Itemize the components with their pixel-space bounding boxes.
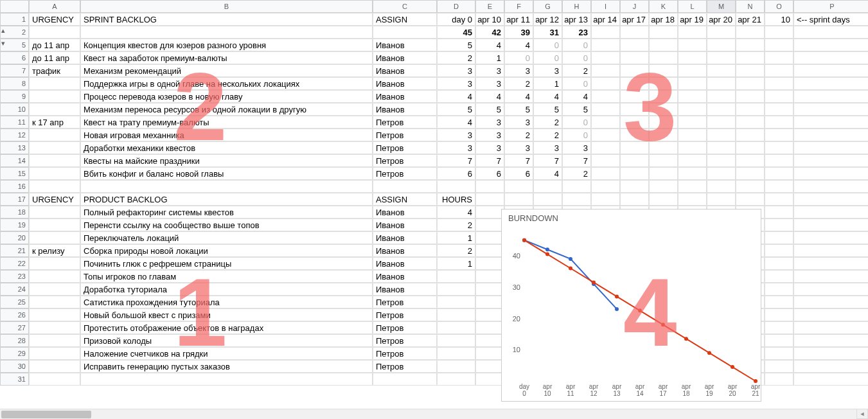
cell[interactable] <box>765 270 793 283</box>
cell[interactable]: Петров <box>373 129 437 141</box>
cell[interactable]: apr 17 <box>620 13 649 26</box>
cell[interactable] <box>736 167 765 180</box>
cell[interactable]: Петров <box>373 296 437 308</box>
cell[interactable] <box>793 103 868 116</box>
cell[interactable]: Петров <box>373 360 437 373</box>
cell[interactable]: Иванов <box>373 231 437 244</box>
cell[interactable]: 0 <box>562 39 591 51</box>
cell[interactable] <box>620 51 649 64</box>
cell[interactable]: SPRINT BACKLOG <box>80 13 373 26</box>
cell[interactable] <box>793 64 868 77</box>
cell[interactable] <box>707 154 736 167</box>
row-header[interactable]: 31 <box>0 373 29 386</box>
cell[interactable]: 2 <box>437 244 475 257</box>
cell[interactable]: 5 <box>504 103 533 116</box>
cell[interactable] <box>793 257 868 270</box>
cell[interactable] <box>765 180 793 193</box>
cell[interactable] <box>620 116 649 129</box>
cell[interactable] <box>29 308 80 321</box>
cell[interactable]: 2 <box>504 77 533 90</box>
row-header[interactable]: 13 <box>0 141 29 154</box>
cell[interactable]: 1 <box>437 231 475 244</box>
cell[interactable] <box>437 360 475 373</box>
row-header[interactable]: 2▴ <box>0 26 29 39</box>
cell[interactable]: 2 <box>562 167 591 180</box>
col-header-N[interactable]: N <box>736 0 765 13</box>
cell[interactable]: 45 <box>437 26 475 39</box>
cell[interactable] <box>793 154 868 167</box>
cell[interactable]: 0 <box>562 129 591 141</box>
cell[interactable] <box>373 180 437 193</box>
cell[interactable] <box>29 283 80 296</box>
cell[interactable]: 6 <box>475 167 504 180</box>
cell[interactable]: Переключатель локаций <box>80 231 373 244</box>
cell[interactable] <box>793 334 868 347</box>
cell[interactable]: apr 10 <box>475 13 504 26</box>
cell[interactable] <box>678 167 707 180</box>
cell[interactable] <box>678 39 707 51</box>
cell[interactable] <box>793 347 868 360</box>
cell[interactable] <box>678 51 707 64</box>
cell[interactable] <box>793 129 868 141</box>
cell[interactable]: Сборка природы новой локации <box>80 244 373 257</box>
cell[interactable] <box>591 26 620 39</box>
cell[interactable] <box>591 64 620 77</box>
cell[interactable] <box>793 39 868 51</box>
cell[interactable]: apr 21 <box>736 13 765 26</box>
cell[interactable]: 3 <box>533 64 562 77</box>
cell[interactable] <box>793 270 868 283</box>
cell[interactable]: 5 <box>533 103 562 116</box>
cell[interactable] <box>475 270 504 283</box>
cell[interactable]: 3 <box>437 77 475 90</box>
cell[interactable] <box>649 193 678 206</box>
cell[interactable] <box>29 206 80 218</box>
cell[interactable] <box>29 129 80 141</box>
cell[interactable] <box>678 193 707 206</box>
cell[interactable]: Иванов <box>373 244 437 257</box>
cell[interactable]: ASSIGN <box>373 193 437 206</box>
row-header[interactable]: 11 <box>0 116 29 129</box>
cell[interactable]: 7 <box>437 154 475 167</box>
cell[interactable] <box>736 64 765 77</box>
cell[interactable] <box>29 77 80 90</box>
select-all-corner[interactable] <box>0 0 29 13</box>
col-header-G[interactable]: G <box>533 0 562 13</box>
cell[interactable]: 4 <box>504 90 533 103</box>
cell[interactable] <box>678 129 707 141</box>
row-header[interactable]: 18 <box>0 206 29 218</box>
cell[interactable] <box>437 373 475 386</box>
cell[interactable]: Исправить генерацию пустых заказов <box>80 360 373 373</box>
cell[interactable] <box>649 116 678 129</box>
cell[interactable]: до 11 апр <box>29 51 80 64</box>
cell[interactable] <box>562 193 591 206</box>
cell[interactable] <box>793 193 868 206</box>
cell[interactable] <box>437 308 475 321</box>
cell[interactable] <box>620 103 649 116</box>
cell[interactable] <box>736 180 765 193</box>
cell[interactable]: 3 <box>475 129 504 141</box>
cell[interactable] <box>475 244 504 257</box>
cell[interactable] <box>475 231 504 244</box>
cell[interactable] <box>475 360 504 373</box>
horizontal-scrollbar[interactable] <box>0 409 856 419</box>
cell[interactable]: 7 <box>504 154 533 167</box>
collapse-down-icon[interactable]: ▾ <box>0 39 6 51</box>
cell[interactable] <box>736 141 765 154</box>
cell[interactable] <box>793 141 868 154</box>
cell[interactable] <box>765 77 793 90</box>
cell[interactable]: 42 <box>475 26 504 39</box>
cell[interactable] <box>80 180 373 193</box>
cell[interactable] <box>29 373 80 386</box>
cell[interactable] <box>765 296 793 308</box>
cell[interactable] <box>793 373 868 386</box>
cell[interactable] <box>29 167 80 180</box>
cell[interactable]: Полный рефакторинг системы квестов <box>80 206 373 218</box>
cell[interactable]: Петров <box>373 321 437 334</box>
cell[interactable] <box>620 26 649 39</box>
cell[interactable] <box>591 167 620 180</box>
cell[interactable]: Иванов <box>373 257 437 270</box>
col-header-P[interactable]: P <box>793 0 868 13</box>
cell[interactable]: Петров <box>373 347 437 360</box>
cell[interactable]: Процесс перевода юзеров в новую главу <box>80 90 373 103</box>
cell[interactable] <box>620 193 649 206</box>
